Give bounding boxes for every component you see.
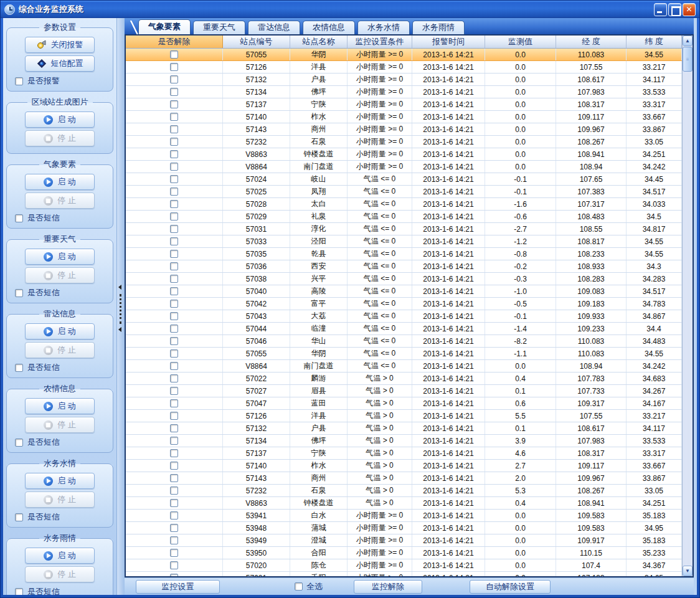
row-checkbox[interactable]: [170, 399, 178, 407]
tab-3[interactable]: 雷达信息: [248, 21, 300, 34]
table-row[interactable]: 57024岐山气温 <= 02013-1-6 14:21-0.1107.6534…: [126, 173, 682, 186]
sidebar-checkbox[interactable]: [15, 77, 23, 85]
table-row[interactable]: 57042富平气温 <= 02013-1-6 14:21-0.5109.1833…: [126, 298, 682, 310]
row-checkbox[interactable]: [170, 449, 178, 457]
row-checkbox[interactable]: [170, 200, 178, 208]
table-row[interactable]: 57137宁陕小时雨量 >= 02013-1-6 14:210.0108.317…: [126, 98, 682, 111]
table-row[interactable]: 57232石泉小时雨量 >= 02013-1-6 14:210.0108.267…: [126, 136, 682, 148]
row-checkbox[interactable]: [170, 325, 178, 333]
table-row[interactable]: 57043大荔气温 <= 02013-1-6 14:21-0.1109.9333…: [126, 310, 682, 323]
sidebar-splitter[interactable]: [117, 18, 125, 595]
tab-6[interactable]: 水务雨情: [412, 21, 465, 34]
row-checkbox[interactable]: [170, 138, 178, 146]
table-row[interactable]: 57132户县气温 > 02013-1-6 14:210.1108.61734.…: [126, 422, 682, 435]
column-header[interactable]: 监控设置条件: [348, 36, 412, 48]
table-row[interactable]: 57027眉县气温 > 02013-1-6 14:210.1107.73334.…: [126, 385, 682, 397]
tab-1[interactable]: 气象要素: [138, 19, 191, 34]
table-row[interactable]: 57021千阳小时雨量 >= 02013-1-6 14:210.0107.133…: [126, 572, 682, 576]
scroll-up-icon[interactable]: ▲: [683, 36, 693, 46]
start-button[interactable]: 启 动: [25, 323, 95, 339]
row-checkbox[interactable]: [170, 499, 178, 507]
sidebar-checkbox[interactable]: [15, 513, 23, 521]
stop-button[interactable]: 停 止: [25, 192, 95, 209]
table-row[interactable]: 57038兴平气温 <= 02013-1-6 14:21-0.3108.2833…: [126, 273, 682, 285]
row-checkbox[interactable]: [170, 50, 178, 59]
stop-button[interactable]: 停 止: [25, 417, 95, 433]
start-button[interactable]: 启 动: [25, 112, 95, 128]
row-checkbox[interactable]: [170, 337, 178, 345]
table-row[interactable]: 57143商州气温 > 02013-1-6 14:212.0109.96733.…: [126, 472, 682, 485]
start-button[interactable]: 启 动: [25, 548, 95, 564]
table-row[interactable]: 57031淳化气温 <= 02013-1-6 14:21-2.7108.5534…: [126, 223, 682, 235]
row-checkbox[interactable]: [170, 511, 178, 520]
tab-4[interactable]: 农情信息: [303, 21, 355, 34]
row-checkbox[interactable]: [170, 250, 178, 258]
vertical-scrollbar[interactable]: ▲ ≡ ▼: [682, 36, 693, 576]
scrollbar-thumb[interactable]: ≡: [683, 47, 693, 72]
table-row[interactable]: 57055华阴小时雨量 >= 02013-1-6 14:210.0110.083…: [126, 49, 682, 61]
table-row[interactable]: 53949澄城小时雨量 >= 02013-1-6 14:210.0109.917…: [126, 534, 682, 547]
scroll-down-icon[interactable]: ▼: [683, 566, 693, 576]
table-row[interactable]: 57044临潼气温 <= 02013-1-6 14:21-1.4109.2333…: [126, 323, 682, 335]
auto-release-button[interactable]: 自动解除设置: [470, 580, 551, 594]
sidebar-checkbox[interactable]: [15, 214, 23, 222]
close-button[interactable]: [683, 3, 696, 16]
table-row[interactable]: 57126洋县小时雨量 >= 02013-1-6 14:210.0107.553…: [126, 61, 682, 74]
row-checkbox[interactable]: [170, 262, 178, 270]
table-row[interactable]: V8863钟楼盘道小时雨量 >= 02013-1-6 14:210.0108.9…: [126, 148, 682, 161]
row-checkbox[interactable]: [170, 163, 178, 171]
table-row[interactable]: 53941白水小时雨量 >= 02013-1-6 14:210.0109.583…: [126, 510, 682, 522]
row-checkbox[interactable]: [170, 75, 178, 83]
sidebar-checkbox[interactable]: [15, 364, 23, 372]
splitter-grip-icon[interactable]: [120, 294, 121, 324]
table-row[interactable]: 57055华阴气温 <= 02013-1-6 14:21-1.1110.0833…: [126, 348, 682, 360]
stop-button[interactable]: 停 止: [25, 267, 95, 283]
start-button[interactable]: 启 动: [25, 249, 95, 265]
start-button[interactable]: 启 动: [25, 398, 95, 414]
row-checkbox[interactable]: [170, 175, 178, 183]
row-checkbox[interactable]: [170, 412, 178, 420]
table-row[interactable]: 57040高陵气温 <= 02013-1-6 14:21-1.0109.0833…: [126, 285, 682, 298]
table-row[interactable]: V8864南门盘道小时雨量 >= 02013-1-6 14:210.0108.9…: [126, 161, 682, 173]
table-row[interactable]: 57025凤翔气温 <= 02013-1-6 14:21-0.1107.3833…: [126, 186, 682, 198]
row-checkbox[interactable]: [170, 125, 178, 133]
stop-button[interactable]: 停 止: [25, 130, 95, 146]
row-checkbox[interactable]: [170, 287, 178, 295]
table-row[interactable]: V8864南门盘道气温 <= 02013-1-6 14:210.0108.943…: [126, 360, 682, 373]
stop-button[interactable]: 停 止: [25, 342, 95, 358]
table-row[interactable]: 53948蒲城小时雨量 >= 02013-1-6 14:210.0109.583…: [126, 522, 682, 534]
stop-button[interactable]: 停 止: [25, 491, 95, 508]
tab-2[interactable]: 重要天气: [193, 21, 245, 34]
column-header[interactable]: 报警时间: [412, 36, 485, 48]
table-row[interactable]: 57143商州小时雨量 >= 02013-1-6 14:210.0109.967…: [126, 123, 682, 136]
table-row[interactable]: 57137宁陕气温 > 02013-1-6 14:214.6108.31733.…: [126, 447, 682, 460]
sidebar-checkbox[interactable]: [15, 439, 23, 447]
monitor-set-button[interactable]: 监控设置: [136, 580, 220, 594]
table-row[interactable]: 57134佛坪气温 > 02013-1-6 14:213.9107.98333.…: [126, 435, 682, 447]
row-checkbox[interactable]: [170, 561, 178, 569]
row-checkbox[interactable]: [170, 113, 178, 121]
column-header[interactable]: 纬 度: [627, 36, 682, 48]
row-checkbox[interactable]: [170, 374, 178, 382]
row-checkbox[interactable]: [170, 150, 178, 158]
row-checkbox[interactable]: [170, 462, 178, 470]
row-checkbox[interactable]: [170, 187, 178, 196]
table-row[interactable]: 57029礼泉气温 <= 02013-1-6 14:21-0.6108.4833…: [126, 211, 682, 223]
column-header[interactable]: 站点名称: [290, 36, 348, 48]
row-checkbox[interactable]: [170, 474, 178, 482]
row-checkbox[interactable]: [170, 212, 178, 221]
table-row[interactable]: 57046华山气温 <= 02013-1-6 14:21-8.2110.0833…: [126, 335, 682, 348]
table-row[interactable]: 57134佛坪小时雨量 >= 02013-1-6 14:210.0107.983…: [126, 86, 682, 98]
table-row[interactable]: 57020陈仓小时雨量 >= 02013-1-6 14:210.0107.434…: [126, 559, 682, 572]
row-checkbox[interactable]: [170, 549, 178, 557]
row-checkbox[interactable]: [170, 63, 178, 71]
row-checkbox[interactable]: [170, 362, 178, 370]
row-checkbox[interactable]: [170, 88, 178, 96]
row-checkbox[interactable]: [170, 300, 178, 308]
column-header[interactable]: 经 度: [556, 36, 627, 48]
table-row[interactable]: 53950合阳小时雨量 >= 02013-1-6 14:210.0110.153…: [126, 547, 682, 559]
row-checkbox[interactable]: [170, 349, 178, 358]
table-row[interactable]: 57036西安气温 <= 02013-1-6 14:21-0.2108.9333…: [126, 260, 682, 273]
maximize-button[interactable]: [668, 3, 681, 16]
table-row[interactable]: V8863钟楼盘道气温 > 02013-1-6 14:210.4108.9413…: [126, 497, 682, 510]
